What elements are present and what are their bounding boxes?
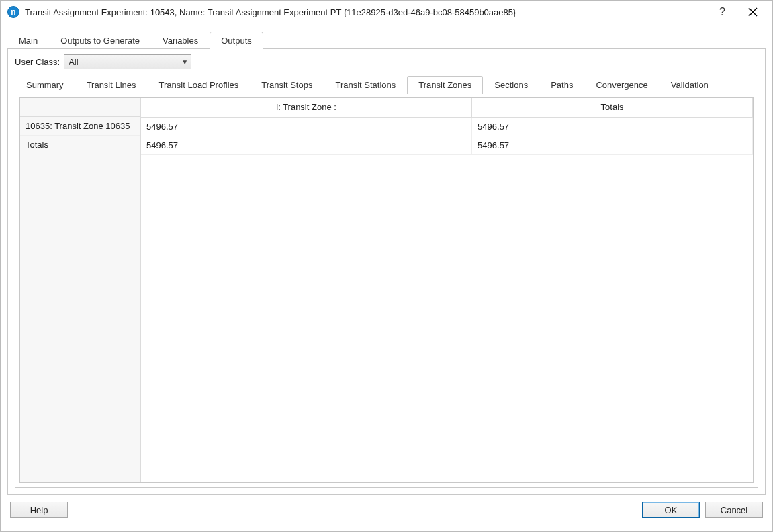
tab-main[interactable]: Main xyxy=(7,32,49,49)
title-controls: ? xyxy=(715,3,767,21)
subtab-transit-stations[interactable]: Transit Stations xyxy=(324,76,407,93)
help-icon[interactable]: ? xyxy=(715,3,729,21)
cell-0-0[interactable]: 5496.57 xyxy=(141,117,472,136)
dialog-footer: Help OK Cancel xyxy=(7,495,766,525)
client-area: Main Outputs to Generate Variables Outpu… xyxy=(1,24,772,531)
subtab-transit-load-profiles[interactable]: Transit Load Profiles xyxy=(148,76,251,93)
subtab-validation[interactable]: Validation xyxy=(660,76,720,93)
data-grid[interactable]: 10635: Transit Zone 10635 Totals i: Tran… xyxy=(19,97,754,483)
table-row[interactable]: 5496.57 5496.57 xyxy=(141,117,753,136)
table-row[interactable]: 5496.57 5496.57 xyxy=(141,136,753,154)
user-class-combobox[interactable]: All ▼ xyxy=(64,54,191,69)
ok-button[interactable]: OK xyxy=(642,502,700,518)
transit-zones-panel: 10635: Transit Zone 10635 Totals i: Tran… xyxy=(15,93,758,488)
tab-outputs-to-generate[interactable]: Outputs to Generate xyxy=(49,32,151,49)
titlebar: n Transit Assignment Experiment: 10543, … xyxy=(1,1,772,24)
close-icon[interactable] xyxy=(744,5,762,19)
subtab-sections[interactable]: Sections xyxy=(483,76,539,93)
data-area: i: Transit Zone : Totals 5496.57 5496.57 xyxy=(141,98,753,482)
top-tabs: Main Outputs to Generate Variables Outpu… xyxy=(7,30,766,49)
subtab-summary[interactable]: Summary xyxy=(15,76,75,93)
subtab-transit-zones[interactable]: Transit Zones xyxy=(407,76,483,94)
cancel-button[interactable]: Cancel xyxy=(705,502,763,518)
tab-outputs[interactable]: Outputs xyxy=(210,32,263,50)
window-title: Transit Assignment Experiment: 10543, Na… xyxy=(25,7,516,17)
outputs-panel: User Class: All ▼ Summary Transit Lines … xyxy=(7,49,766,495)
data-table: i: Transit Zone : Totals 5496.57 5496.57 xyxy=(141,98,753,155)
app-icon: n xyxy=(7,6,19,18)
col-header-0[interactable]: i: Transit Zone : xyxy=(141,98,472,117)
user-class-label: User Class: xyxy=(15,57,60,67)
row-header-column: 10635: Transit Zone 10635 Totals xyxy=(20,98,141,482)
dialog-window: n Transit Assignment Experiment: 10543, … xyxy=(0,0,773,532)
help-button[interactable]: Help xyxy=(10,502,68,518)
cell-1-0[interactable]: 5496.57 xyxy=(141,136,472,154)
row-header-corner xyxy=(20,98,140,117)
subtab-paths[interactable]: Paths xyxy=(539,76,584,93)
row-header-0[interactable]: 10635: Transit Zone 10635 xyxy=(20,117,140,136)
column-header-row: i: Transit Zone : Totals xyxy=(141,98,753,117)
row-header-1[interactable]: Totals xyxy=(20,136,140,154)
user-class-value: All xyxy=(69,57,78,67)
col-header-1[interactable]: Totals xyxy=(472,98,753,117)
subtab-convergence[interactable]: Convergence xyxy=(584,76,659,93)
output-sub-tabs: Summary Transit Lines Transit Load Profi… xyxy=(15,75,758,93)
tab-variables[interactable]: Variables xyxy=(151,32,210,49)
chevron-down-icon: ▼ xyxy=(181,58,188,66)
cell-1-1[interactable]: 5496.57 xyxy=(472,136,753,154)
subtab-transit-lines[interactable]: Transit Lines xyxy=(75,76,148,93)
user-class-row: User Class: All ▼ xyxy=(15,54,758,69)
subtab-transit-stops[interactable]: Transit Stops xyxy=(250,76,324,93)
cell-0-1[interactable]: 5496.57 xyxy=(472,117,753,136)
